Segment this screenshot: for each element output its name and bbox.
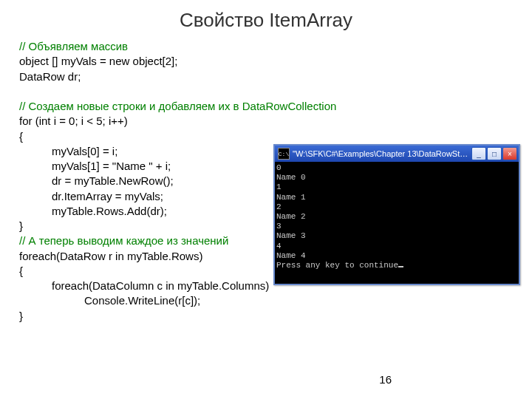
console-line: Name 4	[276, 251, 306, 260]
code-line: DataRow dr;	[19, 69, 532, 84]
minimize-button[interactable]: _	[471, 147, 486, 160]
slide-title: Свойство ItemArray	[0, 0, 532, 32]
console-line: 0	[276, 163, 282, 172]
cursor-icon	[398, 266, 403, 267]
console-prompt: Press any key to continue	[276, 261, 398, 270]
code-line: for (int i = 0; i < 5; i++)	[19, 114, 532, 129]
code-comment: // Объявляем массив	[19, 39, 532, 54]
console-title: "W:\SFK\C#\Examples\Chapter 13\DataRowSt…	[293, 149, 468, 158]
code-line: object [] myVals = new object[2];	[19, 54, 532, 69]
code-blank	[19, 84, 532, 99]
console-line: 3	[276, 222, 282, 231]
console-output: 0 Name 0 1 Name 1 2 Name 2 3 Name 3 4 Na…	[275, 162, 519, 284]
cmd-icon: C:\	[278, 148, 290, 160]
code-line: }	[19, 309, 532, 324]
console-line: Name 0	[276, 173, 306, 182]
console-line: 2	[276, 202, 282, 211]
close-button[interactable]: ×	[502, 147, 517, 160]
console-line: Name 3	[276, 231, 306, 240]
code-line: {	[19, 129, 532, 144]
console-line: Name 1	[276, 193, 306, 202]
maximize-button[interactable]: □	[487, 147, 502, 160]
console-line: Name 2	[276, 212, 306, 221]
console-line: 4	[276, 242, 282, 250]
console-window: C:\ "W:\SFK\C#\Examples\Chapter 13\DataR…	[273, 144, 520, 285]
console-line: 1	[276, 183, 282, 191]
console-titlebar: C:\ "W:\SFK\C#\Examples\Chapter 13\DataR…	[275, 146, 519, 162]
code-comment: // Создаем новые строки и добавляем их в…	[19, 99, 532, 114]
page-number: 16	[379, 373, 392, 386]
code-line: Console.WriteLine(r[c]);	[19, 293, 532, 308]
